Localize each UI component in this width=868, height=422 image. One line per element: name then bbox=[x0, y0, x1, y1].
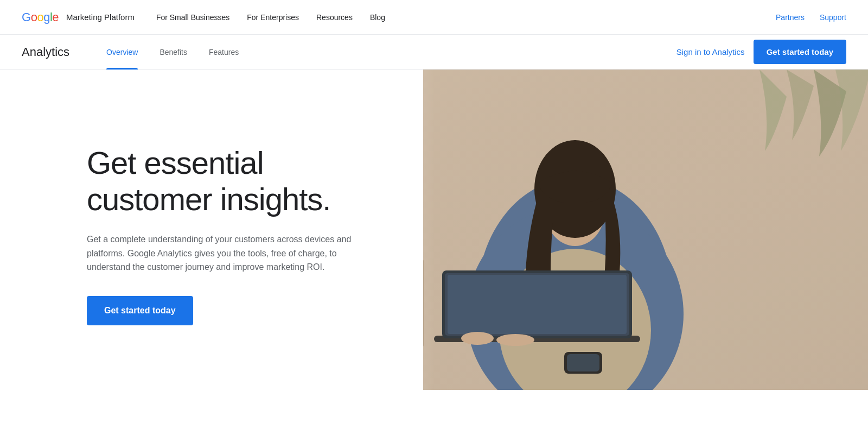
sub-nav-links: Overview Benefits Features bbox=[95, 35, 676, 70]
google-logo: Google bbox=[22, 10, 59, 24]
tab-overview[interactable]: Overview bbox=[95, 35, 149, 70]
get-started-button-hero[interactable]: Get started today bbox=[87, 296, 193, 325]
logo-letter-g1: G bbox=[22, 10, 31, 24]
nav-link-blog[interactable]: Blog bbox=[370, 13, 385, 22]
logo-letter-o1: o bbox=[31, 10, 37, 24]
top-nav-links: For Small Businesses For Enterprises Res… bbox=[156, 13, 776, 22]
hero-section: Get essential customer insights. Get a c… bbox=[0, 70, 868, 390]
logo-letter-o2: o bbox=[37, 10, 43, 24]
analytics-title: Analytics bbox=[22, 45, 69, 59]
hero-content: Get essential customer insights. Get a c… bbox=[0, 70, 423, 390]
top-navigation: Google Marketing Platform For Small Busi… bbox=[0, 0, 868, 35]
tab-features[interactable]: Features bbox=[198, 35, 250, 70]
tab-benefits[interactable]: Benefits bbox=[149, 35, 198, 70]
top-nav-right: Partners Support bbox=[776, 13, 846, 22]
sub-nav-right: Sign in to Analytics Get started today bbox=[676, 40, 846, 64]
sub-navigation: Analytics Overview Benefits Features Sig… bbox=[0, 35, 868, 70]
product-name: Marketing Platform bbox=[66, 12, 135, 22]
nav-link-small-businesses[interactable]: For Small Businesses bbox=[156, 13, 229, 22]
nav-link-resources[interactable]: Resources bbox=[316, 13, 353, 22]
logo-letter-g2: g bbox=[43, 10, 50, 24]
logo-letter-e: e bbox=[52, 10, 59, 24]
sign-in-link[interactable]: Sign in to Analytics bbox=[676, 47, 745, 56]
hero-title: Get essential customer insights. bbox=[87, 145, 391, 217]
support-link[interactable]: Support bbox=[820, 13, 846, 22]
logo-area: Google Marketing Platform bbox=[22, 10, 135, 24]
partners-link[interactable]: Partners bbox=[776, 13, 805, 22]
nav-link-enterprises[interactable]: For Enterprises bbox=[247, 13, 299, 22]
get-started-button-header[interactable]: Get started today bbox=[754, 40, 846, 64]
hero-description: Get a complete understanding of your cus… bbox=[87, 232, 353, 274]
